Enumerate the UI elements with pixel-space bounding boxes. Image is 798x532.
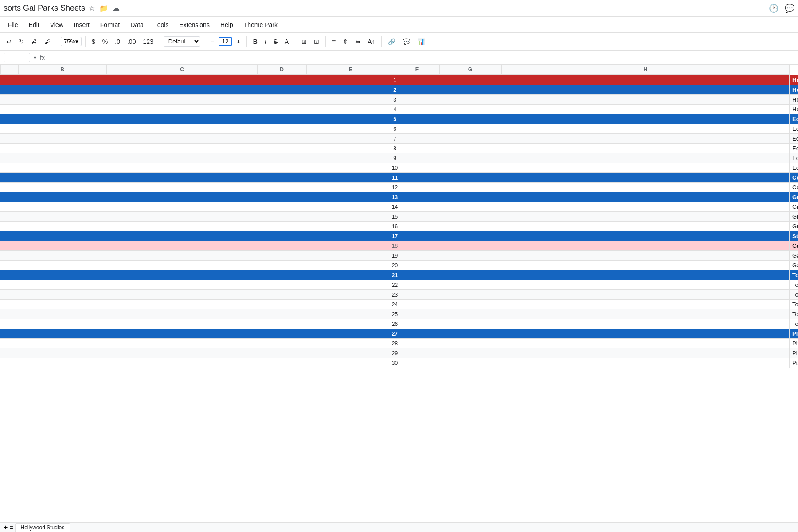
menu-tools[interactable]: Tools [150,20,173,30]
cell-b22[interactable]: Toy Story Land [790,280,798,290]
sheet-tab-hollywood[interactable]: Hollywood Studios [15,523,70,532]
add-sheet-button[interactable]: + [4,524,8,532]
redo-button[interactable]: ↻ [16,37,27,47]
text-color-button[interactable]: A [282,37,291,47]
cell-b17[interactable]: Star Wars: Galaxy's Edge [790,231,798,241]
paint-format-button[interactable]: 🖌 [42,37,53,47]
wrap-button[interactable]: ⇔ [352,37,363,47]
link-button[interactable]: 🔗 [385,37,398,47]
borders-button[interactable]: ⊞ [299,37,309,47]
col-header-b[interactable]: B [18,65,107,74]
cell-b6[interactable]: Echo Lake [790,124,798,134]
bold-button[interactable]: B [250,37,260,47]
section-header-row: 5Echo Lake [0,114,798,124]
menu-extensions[interactable]: Extensions [175,20,214,30]
table-row: 24Toy Story LandToy Story Mania!nayes, T… [0,300,798,309]
folder-icon[interactable]: 📁 [99,4,108,12]
cell-b16[interactable]: Grand Avenue [790,222,798,231]
print-button[interactable]: 🖨 [28,37,40,47]
col-header-f[interactable]: F [395,65,439,74]
format-123-button[interactable]: 123 [140,37,156,47]
cell-b19[interactable]: Galaxy's Edge [790,251,798,261]
cell-b23[interactable]: Toy Story Land [790,290,798,300]
currency-button[interactable]: $ [89,37,98,47]
menu-format[interactable]: Format [96,20,124,30]
zoom-selector[interactable]: 75% ▾ [61,37,82,46]
cell-b25[interactable]: Toy Story Land [790,309,798,319]
undo-button[interactable]: ↩ [4,37,14,47]
col-header-h[interactable]: H [501,65,790,74]
main-header-row: 1 Hollywood Studios Attraction or Charac… [0,75,798,85]
menu-file[interactable]: File [4,20,23,30]
font-size-increase-button[interactable]: + [234,37,243,47]
menu-help[interactable]: Help [216,20,238,30]
col-header-g[interactable]: G [439,65,501,74]
cell-reference-input[interactable] [4,53,30,62]
cell-b3[interactable]: Hollywood Boulevard [790,95,798,105]
chart-button[interactable]: 📊 [415,37,427,47]
history-icon[interactable]: 🕐 [769,4,778,13]
title-icons: ☆ 📁 ☁ [89,4,120,12]
menu-edit[interactable]: Edit [24,20,44,30]
col-header-d[interactable]: D [258,65,306,74]
merge-button[interactable]: ⊡ [311,37,322,47]
formula-input[interactable] [48,54,794,61]
cell-b2[interactable]: Hollywood Boulevard [790,85,798,95]
col-header-c[interactable]: C [107,65,258,74]
star-icon[interactable]: ☆ [89,4,95,12]
align-button[interactable]: ≡ [329,37,338,47]
sheet-tbody: 2Hollywood Boulevard3Hollywood Boulevard… [0,85,798,368]
table-row: 18Galaxy's EdgeStar Wars: Rise of the Re… [0,241,798,251]
valign-button[interactable]: ⇕ [340,37,351,47]
cell-b20[interactable]: Galaxy's Edge [790,261,798,270]
strikethrough-button[interactable]: S̶ [271,37,280,47]
cell-b10[interactable]: Echo Lake [790,163,798,173]
row-num-18: 18 [0,241,790,251]
decimal-less-button[interactable]: .0 [112,37,123,47]
title-bar: sorts Gal Parks Sheets ☆ 📁 ☁ 🕐 💬 [0,0,798,17]
text-rotate-button[interactable]: A↑ [365,37,377,47]
formula-fx-label: fx [40,54,45,61]
cell-b11[interactable]: Commissary Lane [790,173,798,183]
cell-b7[interactable]: Echo Lake [790,134,798,144]
menu-insert[interactable]: Insert [70,20,94,30]
cell-b14[interactable]: Grand Avenue [790,202,798,212]
cell-b30[interactable]: Pixar Plaza [790,358,798,368]
row-num-20: 20 [0,261,790,270]
cell-b18[interactable]: Galaxy's Edge [790,241,798,251]
cell-b12[interactable]: Commissary Lane [790,183,798,192]
cell-b15[interactable]: Grand Avenue [790,212,798,222]
cell-b9[interactable]: Echo Lake [790,153,798,163]
header-cell-b[interactable]: Hollywood Studios [790,75,798,85]
cell-b21[interactable]: Toy Story Land [790,270,798,280]
font-size-box[interactable]: 12 [219,37,232,46]
sheet-menu-button[interactable]: ≡ [9,524,13,531]
cell-b5[interactable]: Echo Lake [790,114,798,124]
cell-b4[interactable]: Hollywood Boulevard [790,105,798,114]
cell-b13[interactable]: Grand Avenue [790,192,798,202]
italic-button[interactable]: I [262,37,269,47]
table-row: 29Pixar PlazaMeet the Incrediblesnanonon… [0,348,798,358]
menu-data[interactable]: Data [126,20,148,30]
menu-theme-park[interactable]: Theme Park [239,20,282,30]
cell-b29[interactable]: Pixar Plaza [790,348,798,358]
comment-icon[interactable]: 💬 [785,4,794,13]
cell-b8[interactable]: Echo Lake [790,144,798,153]
cell-b24[interactable]: Toy Story Land [790,300,798,309]
cell-b28[interactable]: Pixar Plaza [790,339,798,348]
font-family-select[interactable]: Defaul... [164,36,200,47]
separator-6 [295,36,295,47]
cell-b26[interactable]: Toy Story Land [790,319,798,329]
row-num-23: 23 [0,290,790,300]
row-num-8: 8 [0,144,790,153]
font-size-decrease-button[interactable]: − [208,37,217,47]
menu-view[interactable]: View [46,20,68,30]
cloud-icon[interactable]: ☁ [113,4,120,12]
cell-b27[interactable]: Pixar Plaza [790,329,798,339]
formula-expand-icon[interactable]: ▾ [34,55,36,61]
percent-button[interactable]: % [100,37,110,47]
decimal-more-button[interactable]: .00 [125,37,138,47]
comment-add-button[interactable]: 💬 [400,37,413,47]
col-header-e[interactable]: E [306,65,395,74]
separator-3 [160,36,160,47]
